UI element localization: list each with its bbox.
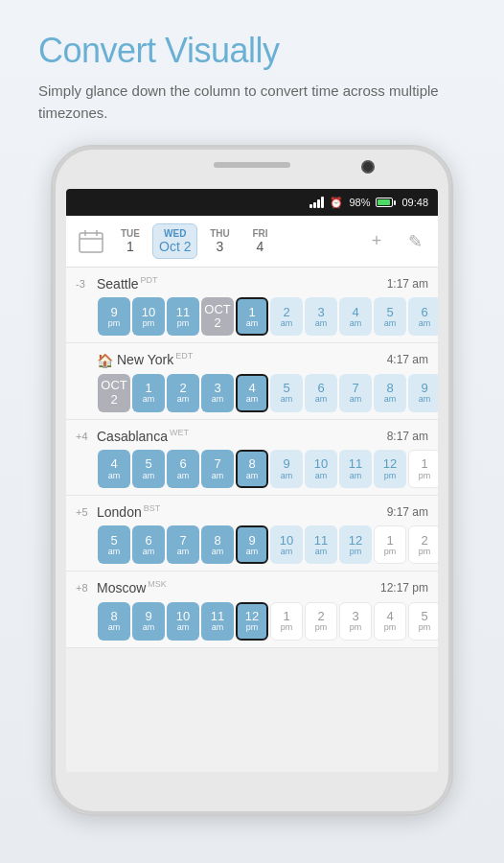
hour-cell[interactable]: 11am [201,602,234,641]
hour-cell[interactable]: 10pm [132,297,165,336]
hour-num: 7 [179,534,186,548]
hour-cell[interactable]: 8am [236,450,268,488]
hour-ampm: pm [419,623,431,632]
nav-day-name: FRI [252,228,267,239]
timezone-row: +8MoscowMSK12:17 pm8am9am10am11am12pm1pm… [66,571,438,647]
hour-cell[interactable]: 8am [201,525,234,564]
hour-cell[interactable]: 9am [132,602,165,641]
hour-ampm: am [212,472,224,480]
hour-cell[interactable]: 10am [270,525,303,564]
hour-ampm: am [143,548,155,556]
hour-cell[interactable]: 5am [132,450,165,488]
hour-cell[interactable]: 3pm [339,602,372,641]
hour-ampm: am [177,623,190,632]
hour-cell[interactable]: 11am [339,450,372,488]
hour-cell[interactable]: 9pm [98,297,130,336]
hour-cell[interactable]: 9am [408,374,438,412]
hour-cell[interactable]: 1pm [408,450,438,488]
hour-cell[interactable]: 8am [374,374,406,412]
hour-cell[interactable]: 6am [408,297,438,336]
tz-cells: 4am5am6am7am8am9am10am11am12pm1pm2pm [66,449,438,489]
hour-cell[interactable]: 2am [167,374,199,412]
hour-num: 10 [176,610,190,623]
hour-cell[interactable]: 9am [236,525,268,564]
tz-offset: +5 [76,506,97,518]
hour-cell[interactable]: 7am [339,374,372,412]
hour-num: 9 [421,382,427,395]
hour-num: 7 [352,382,358,395]
hour-cell[interactable]: 12pm [236,602,268,641]
hour-ampm: am [143,395,155,404]
nav-day-name: TUE [121,228,140,239]
hour-cell[interactable]: 4am [236,374,268,412]
hour-ampm: pm [281,623,293,632]
add-button[interactable]: + [361,226,392,257]
hour-cell[interactable]: 4pm [374,602,406,641]
hour-num: 5 [283,382,289,395]
page-title: Convert Visually [38,31,466,71]
nav-day-name: WED [164,228,186,239]
hour-ampm: am [177,472,190,480]
nav-day-num: Oct 2 [159,239,191,254]
hour-cell[interactable]: 5pm [408,602,438,641]
hour-num: 11 [176,306,190,319]
tz-city-name: Casablanca [97,429,168,444]
edit-button[interactable]: ✎ [400,226,430,257]
signal-bar-1 [309,204,312,208]
tz-name-wrap: SeattlePDT [97,275,158,292]
hour-cell[interactable]: 1am [236,297,268,336]
hour-cell[interactable]: 4am [339,297,372,336]
hour-cell[interactable]: 2pm [305,602,337,641]
timezone-row: 🏠New YorkEDT4:17 amOCT21am2am3am4am5am6a… [66,343,438,419]
hour-cell[interactable]: 11am [305,525,337,564]
nav-day-wed[interactable]: WEDOct 2 [152,223,197,259]
hour-cell[interactable]: 7am [167,525,199,564]
hour-num: OCT [101,379,126,392]
tz-cells: 9pm10pm11pmOCT21am2am3am4am5am6am7am [66,296,438,337]
hour-cell[interactable]: 3am [305,297,337,336]
hour-ampm: pm [384,623,397,632]
hour-cell[interactable]: 5am [270,374,303,412]
nav-day-tue[interactable]: TUE1 [112,223,149,259]
hour-cell[interactable]: 9am [270,450,303,488]
hour-ampm: am [384,395,397,404]
tz-header: +5LondonBST9:17 am [66,501,438,525]
tz-city-name: Moscow [97,581,146,596]
hour-cell[interactable]: OCT2 [98,374,130,412]
hour-num: 9 [248,534,255,548]
hour-num: 8 [248,457,255,471]
nav-day-fri[interactable]: FRI4 [241,223,278,259]
hour-cell[interactable]: 12pm [339,525,372,564]
hour-num: 4 [386,610,393,623]
hour-cell[interactable]: 10am [167,602,199,641]
hour-cell[interactable]: 1am [132,374,165,412]
hour-cell[interactable]: 2am [270,297,303,336]
hour-cell[interactable]: OCT2 [201,297,234,336]
phone-speaker [214,162,290,168]
hour-cell[interactable]: 3am [201,374,234,412]
timezone-row: +4CasablancaWET8:17 am4am5am6am7am8am9am… [66,420,438,496]
hour-cell[interactable]: 1pm [374,525,406,564]
tz-abbr: BST [144,503,161,513]
hour-ampm: pm [246,623,259,632]
hour-cell[interactable]: 8am [98,602,130,641]
tz-header: +8MoscowMSK12:17 pm [66,577,438,600]
hour-ampm: pm [108,319,121,328]
calendar-icon[interactable] [74,224,108,259]
hour-num: 6 [317,382,324,395]
hour-cell[interactable]: 12pm [374,450,406,488]
hour-cell[interactable]: 4am [98,450,130,488]
hour-cell[interactable]: 7am [201,450,234,488]
hour-cell[interactable]: 6am [305,374,337,412]
hour-cell[interactable]: 10am [305,450,337,488]
hour-cell[interactable]: 11pm [167,297,199,336]
hour-cell[interactable]: 2pm [408,525,438,564]
hour-ampm: pm [350,623,362,632]
hour-cell[interactable]: 1pm [270,602,303,641]
hour-cell[interactable]: 6am [132,525,165,564]
nav-day-thu[interactable]: THU3 [201,223,238,259]
hour-cell[interactable]: 5am [98,525,130,564]
hour-ampm: am [143,472,155,480]
hour-cell[interactable]: 5am [374,297,406,336]
hour-cell[interactable]: 6am [167,450,199,488]
